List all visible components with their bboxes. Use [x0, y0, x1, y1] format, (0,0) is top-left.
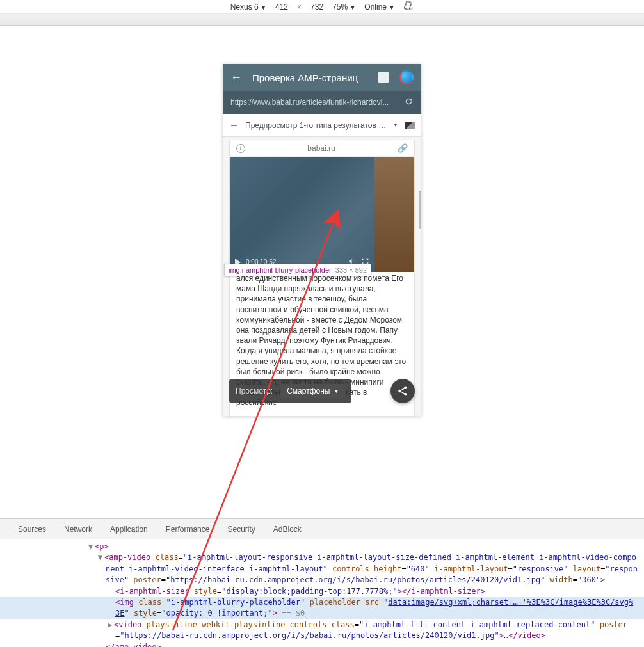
url-bar: https://www.babai.ru/articles/funtik-ric…: [223, 91, 421, 114]
bug-icon[interactable]: [399, 70, 414, 84]
result-card: i babai.ru 🔗 0:00 / 0:52: [229, 140, 415, 416]
result-area: i babai.ru 🔗 0:00 / 0:52: [223, 137, 421, 416]
share-fab[interactable]: [390, 379, 415, 403]
code-line[interactable]: ▼<p>: [0, 541, 644, 552]
url-text[interactable]: https://www.babai.ru/articles/funtik-ric…: [230, 98, 398, 107]
tooltip-selector: img.i-amphtml-blurry-placeholder: [229, 266, 332, 274]
viewport-height[interactable]: 732: [310, 3, 323, 12]
tab-network[interactable]: Network: [64, 525, 92, 534]
device-toolbar: Nexus 6 ▼ 412 × 732 75% ▼ Online ▼: [0, 0, 644, 14]
svg-rect-0: [405, 1, 412, 10]
scrollbar-thumb[interactable]: [419, 191, 421, 229]
card-header: i babai.ru 🔗: [230, 140, 414, 157]
app-header: ← Проверка AMP-страниц: [223, 64, 421, 91]
back-arrow-icon[interactable]: ←: [230, 71, 242, 84]
tab-sources[interactable]: Sources: [18, 525, 46, 534]
inspect-highlight-overlay: [230, 157, 374, 272]
video-side-image: [374, 157, 414, 272]
ruler: [0, 14, 644, 26]
video-player[interactable]: 0:00 / 0:52: [230, 157, 374, 272]
rotate-icon[interactable]: [403, 1, 414, 13]
device-bottom-controls: Просмотр: Смартфоны ▼: [229, 379, 415, 403]
code-line[interactable]: ▶<video playsinline webkit-playsinline c…: [0, 619, 644, 642]
preview-bar: ← Предпросмотр 1-го типа результатов (П.…: [223, 114, 421, 137]
preview-back-icon[interactable]: ←: [229, 120, 239, 131]
inspect-tooltip: img.i-amphtml-blurry-placeholder 333 × 5…: [224, 264, 371, 276]
graduation-icon[interactable]: [405, 122, 415, 129]
info-icon[interactable]: i: [236, 144, 245, 153]
refresh-icon[interactable]: [404, 97, 414, 108]
app-title: Проверка AMP-страниц: [252, 72, 367, 83]
device-selector[interactable]: Nexus 6 ▼: [230, 3, 266, 12]
dimension-separator: ×: [297, 3, 302, 12]
viewport-width[interactable]: 412: [275, 3, 288, 12]
code-line[interactable]: </amp-video>: [0, 642, 644, 647]
chat-icon[interactable]: [378, 72, 389, 83]
view-label: Просмотр:: [236, 387, 273, 395]
device-preview-area: ← Проверка AMP-страниц https://www.babai…: [0, 26, 644, 525]
network-selector[interactable]: Online ▼: [364, 3, 394, 12]
code-line[interactable]: <i-amphtml-sizer style="display:block;pa…: [0, 586, 644, 597]
link-icon[interactable]: 🔗: [398, 143, 408, 153]
view-selector-pill: Просмотр: Смартфоны ▼: [229, 379, 351, 403]
tab-performance[interactable]: Performance: [166, 525, 210, 534]
zoom-selector[interactable]: 75% ▼: [332, 3, 355, 12]
preview-label: Предпросмотр 1-го типа результатов (П...: [245, 121, 387, 130]
code-line[interactable]: ▼<amp-video class="i-amphtml-layout-resp…: [0, 552, 644, 586]
preview-dropdown-icon[interactable]: ▼: [393, 122, 398, 128]
elements-panel[interactable]: ▼<p> ▼<amp-video class="i-amphtml-layout…: [0, 539, 644, 647]
tooltip-dimensions: 333 × 592: [335, 266, 367, 274]
tab-security[interactable]: Security: [227, 525, 255, 534]
result-domain: babai.ru: [245, 144, 398, 153]
code-line-selected[interactable]: <img class="i-amphtml-blurry-placeholder…: [0, 597, 644, 619]
tab-application[interactable]: Application: [110, 525, 148, 534]
video-container[interactable]: 0:00 / 0:52: [230, 157, 414, 272]
device-type-dropdown[interactable]: Смартфоны ▼: [280, 384, 345, 398]
device-frame: ← Проверка AMP-страниц https://www.babai…: [223, 64, 421, 416]
devtools-tabs: Sources Network Application Performance …: [0, 518, 644, 539]
tab-adblock[interactable]: AdBlock: [273, 525, 302, 534]
